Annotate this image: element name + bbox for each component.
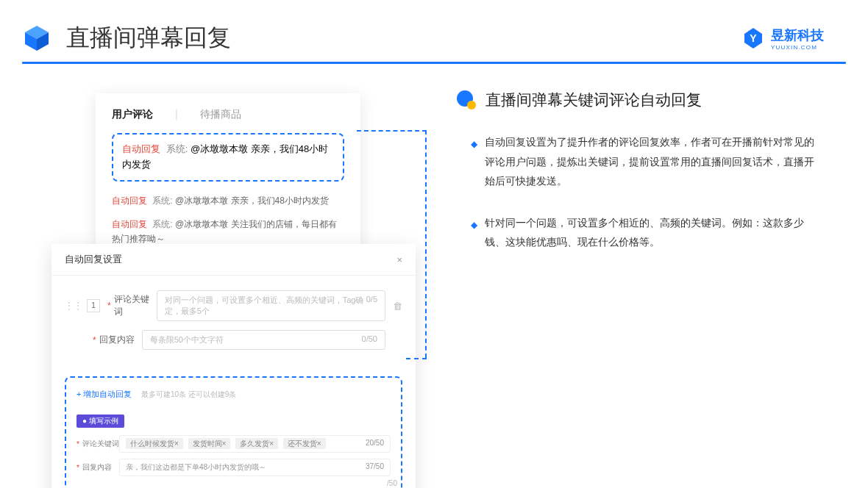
settings-title: 自动回复设置 <box>65 253 122 266</box>
page-title: 直播间弹幕回复 <box>66 22 741 54</box>
add-auto-reply-link[interactable]: + 增加自动回复 <box>77 389 132 400</box>
auto-reply-settings-card: 自动回复设置 × ⋮⋮ 1 * 评论关键词 对同一个问题，可设置多个相近、高频的… <box>51 244 416 488</box>
svg-text:Y: Y <box>750 32 757 44</box>
content-label: 回复内容 <box>99 334 142 346</box>
tab-pending-products[interactable]: 待播商品 <box>200 108 241 121</box>
diamond-icon: ◆ <box>471 217 477 252</box>
section-subtitle: 直播间弹幕关键词评论自动回复 <box>485 90 702 110</box>
header-divider <box>22 62 846 64</box>
example-keyword-input[interactable]: 什么时候发货× 发货时间× 多久发货× 还不发货× 20/50 <box>119 435 391 453</box>
brand-cn: 昱新科技 <box>771 26 824 44</box>
content-input[interactable]: 每条限50个中文字符 0/50 <box>142 330 385 350</box>
brand: Y 昱新科技 YUUXIN.COM <box>741 26 824 51</box>
connector-line <box>357 130 427 132</box>
keyword-input[interactable]: 对同一个问题，可设置多个相近、高频的关键词，Tag确定，最多5个 0/5 <box>157 290 385 321</box>
diamond-icon: ◆ <box>471 136 477 191</box>
tab-user-comments[interactable]: 用户评论 <box>112 108 153 121</box>
delete-icon[interactable]: 🗑 <box>393 301 402 312</box>
add-hint: 最多可建10条 还可以创建9条 <box>141 390 236 398</box>
connector-line <box>406 358 427 359</box>
example-content-input[interactable]: 亲，我们这边都是下单48小时内发货的哦～ 37/50 <box>119 459 391 476</box>
bullet-item: ◆ 自动回复设置为了提升作者的评论回复效率，作者可在开播前针对常见的评论用户问题… <box>471 132 824 191</box>
order-number: 1 <box>87 299 100 312</box>
brand-icon: Y <box>741 26 765 50</box>
close-icon[interactable]: × <box>396 254 402 265</box>
connector-line <box>425 130 427 358</box>
highlighted-comment: 自动回复 系统: @冰墩墩本墩 亲亲，我们48小时内发货 <box>112 133 344 182</box>
brand-en: YUUXIN.COM <box>771 44 824 51</box>
bubble-icon <box>456 90 477 110</box>
bullet-item: ◆ 针对同一个问题，可设置多个相近的、高频的关键词。例如：这款多少钱、这块能优惠… <box>471 213 824 252</box>
keyword-label: 评论关键词 <box>114 293 157 318</box>
svg-point-5 <box>467 101 476 110</box>
logo-icon <box>22 24 51 53</box>
comment-row: 自动回复 系统: @冰墩墩本墩 亲亲，我们48小时内发货 <box>112 189 344 212</box>
example-panel: + 增加自动回复 最多可建10条 还可以创建9条 ● 填写示例 * 评论关键词 … <box>65 376 402 488</box>
example-badge: ● 填写示例 <box>77 415 124 428</box>
extra-counter: /50 <box>387 479 397 487</box>
